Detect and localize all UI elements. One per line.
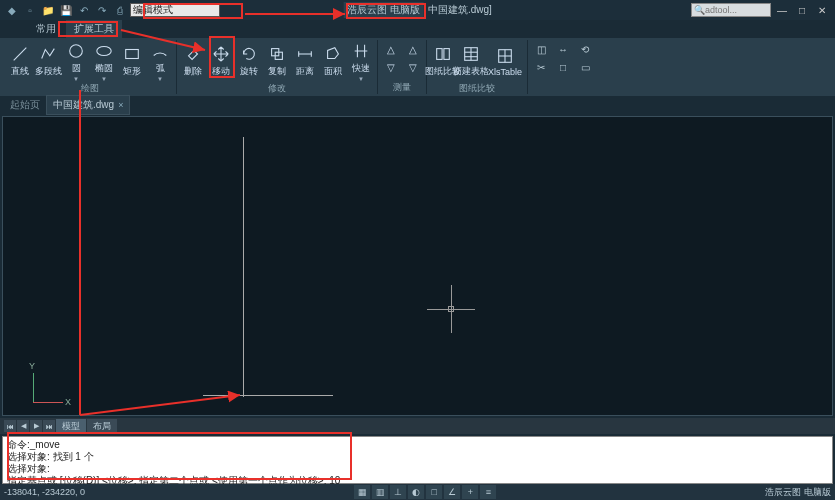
ribbon: 直线 多段线 圆▼ 椭圆▼ 矩形 弧▼ 绘图 删除 移动 旋转 复制 距离 面积… [0,38,835,96]
circle-button[interactable]: 圆▼ [62,40,90,82]
group-layer-label: 图纸比较 [459,82,495,95]
layout-prev-button[interactable]: ◀ [17,420,29,432]
ellipse-icon [94,41,114,61]
sb-grid-button[interactable]: ▥ [372,485,388,499]
quick-button[interactable]: 快速▼ [347,40,375,82]
svg-point-2 [97,46,111,55]
distance-icon [295,44,315,64]
circle-icon [66,41,86,61]
status-coords: -138041, -234220, 0 [4,487,85,497]
group-draw-label: 绘图 [81,82,99,95]
erase-button[interactable]: 删除 [179,40,207,82]
tab-common[interactable]: 常用 [28,20,64,38]
table-icon [461,44,481,64]
layout-tab-model[interactable]: 模型 [56,419,86,434]
mode-input[interactable] [130,3,220,17]
compare-icon [433,44,453,64]
group-modify-label: 修改 [268,82,286,95]
rect-button[interactable]: 矩形 [118,40,146,82]
xlstable-button[interactable]: XlsTable [485,40,525,82]
move-button[interactable]: 移动 [207,40,235,82]
distance-button[interactable]: 距离 [291,40,319,82]
file-tab-start[interactable]: 起始页 [4,96,46,114]
open-icon[interactable]: 📁 [40,2,56,18]
line-button[interactable]: 直线 [6,40,34,82]
layout-first-button[interactable]: ⏮ [4,420,16,432]
sb-polar-button[interactable]: ◐ [408,485,424,499]
quick-icon [351,41,371,61]
snap-button-1[interactable]: △ [380,40,402,58]
snap-button-3[interactable]: ▽ [380,58,402,76]
file-tab-active[interactable]: 中国建筑.dwg× [46,95,130,115]
svg-marker-9 [328,48,339,59]
new-icon[interactable]: ▫ [22,2,38,18]
redo-icon[interactable]: ↷ [94,2,110,18]
file-tab-row: 起始页 中国建筑.dwg× [0,96,835,114]
cmd-line-2: 选择对象: 找到 1 个 [7,451,828,463]
maximize-button[interactable]: □ [793,3,811,17]
layout-tab-row: ⏮ ◀ ▶ ⏭ 模型 布局 [0,418,835,434]
product-label: 浩辰云图 电脑版 [343,2,424,18]
sb-osnap-button[interactable]: □ [426,485,442,499]
app-icon: ◆ [4,2,20,18]
polyline-button[interactable]: 多段线 [34,40,62,82]
save-icon[interactable]: 💾 [58,2,74,18]
layout-tab-sheet[interactable]: 布局 [87,419,117,434]
minimize-button[interactable]: — [773,3,791,17]
ribbon-tab-bar: 常用 扩展工具 [0,20,835,38]
rotate-button[interactable]: 旋转 [235,40,263,82]
sb-snap-button[interactable]: ▦ [354,485,370,499]
close-button[interactable]: ✕ [813,3,831,17]
tab-extend-tools[interactable]: 扩展工具 [66,20,122,38]
undo-icon[interactable]: ↶ [76,2,92,18]
tool-sm-2[interactable]: ↔ [552,40,574,58]
polyline-icon [38,44,58,64]
snap-button-2[interactable]: △ [402,40,424,58]
drawing-line-vertical [243,137,244,397]
arc-button[interactable]: 弧▼ [146,40,174,82]
arc-icon [150,41,170,61]
status-bar: -138041, -234220, 0 ▦ ▥ ⊥ ◐ □ ∠ + ≡ 浩辰云图… [0,484,835,500]
cmd-line-3: 选择对象: [7,463,828,475]
area-button[interactable]: 面积 [319,40,347,82]
tool-sm-6[interactable]: ▭ [574,58,596,76]
rotate-icon [239,44,259,64]
sb-dyn-button[interactable]: + [462,485,478,499]
svg-line-0 [14,48,27,61]
svg-rect-10 [437,49,442,60]
tool-sm-1[interactable]: ◫ [530,40,552,58]
copy-icon [267,44,287,64]
tool-sm-5[interactable]: □ [552,58,574,76]
ellipse-button[interactable]: 椭圆▼ [90,40,118,82]
erase-icon [183,44,203,64]
layout-last-button[interactable]: ⏭ [43,420,55,432]
close-tab-icon[interactable]: × [118,100,123,110]
sb-lwt-button[interactable]: ≡ [480,485,496,499]
svg-rect-3 [126,50,139,59]
drawing-canvas[interactable]: Y X [2,116,833,416]
copy-button[interactable]: 复制 [263,40,291,82]
svg-rect-11 [444,49,449,60]
move-icon [211,44,231,64]
group-measure-label: 测量 [393,81,411,94]
sb-track-button[interactable]: ∠ [444,485,460,499]
svg-point-1 [70,44,83,57]
rect-icon [122,44,142,64]
tool-sm-3[interactable]: ⟲ [574,40,596,58]
area-icon [323,44,343,64]
cmd-line-1: 命令:_move [7,439,828,451]
print-icon[interactable]: ⎙ [112,2,128,18]
tool-sm-4[interactable]: ✂ [530,58,552,76]
layout-next-button[interactable]: ▶ [30,420,42,432]
status-right-label: 浩辰云图 电脑版 [765,486,831,499]
drawing-line-horizontal [203,395,333,396]
title-bar: ◆ ▫ 📁 💾 ↶ ↷ ⎙ 浩辰云图 电脑版 中国建筑.dwg] 🔍 adtoo… [0,0,835,20]
xls-icon [495,46,515,66]
sb-ortho-button[interactable]: ⊥ [390,485,406,499]
search-box[interactable]: 🔍 adtool... [691,3,771,17]
file-name-label: 中国建筑.dwg] [428,3,492,17]
cursor-pickbox [448,306,454,312]
snap-button-4[interactable]: ▽ [402,58,424,76]
newtable-button[interactable]: 新建表格 [457,40,485,82]
command-window[interactable]: 命令:_move 选择对象: 找到 1 个 选择对象: 指定基点或 [位移(D)… [2,436,833,484]
